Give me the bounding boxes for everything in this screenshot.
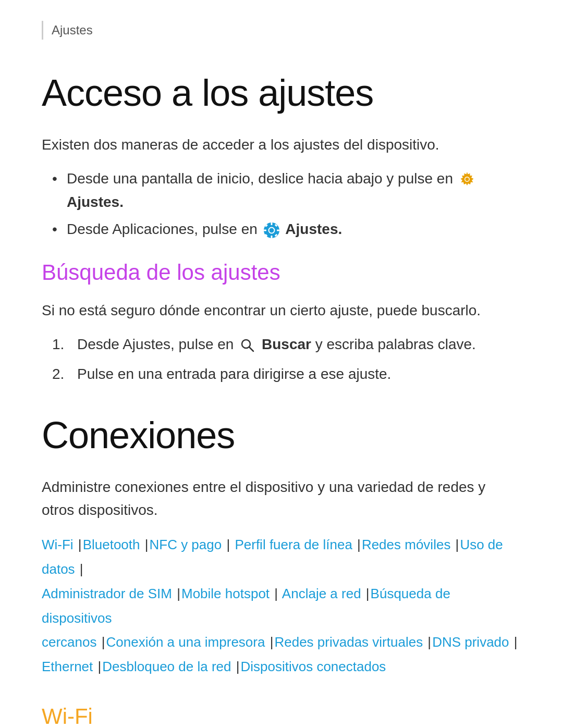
link-redes-moviles[interactable]: Redes móviles <box>362 537 451 552</box>
subsection1-steps: Desde Ajustes, pulse en Buscar y escriba… <box>42 333 521 386</box>
sep: | <box>266 634 273 650</box>
section1-title: Acceso a los ajustes <box>42 65 521 121</box>
sep: | <box>76 561 83 577</box>
sep: | <box>510 634 518 650</box>
subsection1-title: Búsqueda de los ajustes <box>42 256 521 289</box>
link-nfc[interactable]: NFC y pago <box>149 537 222 552</box>
step1-after: y escriba palabras clave. <box>315 336 476 352</box>
step2-text: Pulse en una entrada para dirigirse a es… <box>77 366 391 382</box>
subsection2-title: Wi-Fi <box>42 700 521 728</box>
step1-before: Desde Ajustes, pulse en <box>77 336 238 352</box>
link-dns[interactable]: DNS privado <box>432 634 509 650</box>
svg-rect-6 <box>271 236 272 238</box>
list-item: Desde Ajustes, pulse en Buscar y escriba… <box>52 333 521 356</box>
sep: | <box>271 586 278 601</box>
section1-bullets: Desde una pantalla de inicio, deslice ha… <box>42 167 521 241</box>
svg-rect-5 <box>271 223 272 225</box>
svg-line-14 <box>249 347 253 351</box>
list-item: Desde Aplicaciones, pulse en Ajustes. <box>52 218 521 241</box>
list-item: Desde una pantalla de inicio, deslice ha… <box>52 167 521 214</box>
gear-circle-icon <box>263 222 280 239</box>
link-anclaje[interactable]: Anclaje a red <box>282 586 361 601</box>
sep: | <box>173 586 180 601</box>
sep: | <box>451 537 459 552</box>
bullet2-bold: Ajustes. <box>285 221 342 237</box>
link-wifi[interactable]: Wi-Fi <box>42 537 74 552</box>
link-disp-conectados[interactable]: Dispositivos conectados <box>240 659 386 674</box>
link-hotspot[interactable]: Mobile hotspot <box>181 586 270 601</box>
link-cercanos[interactable]: cercanos <box>42 634 97 650</box>
sep: | <box>424 634 431 650</box>
subsection1-intro: Si no está seguro dónde encontrar un cie… <box>42 299 521 323</box>
sep: | <box>353 537 361 552</box>
section2-title: Conexiones <box>42 407 521 463</box>
link-ethernet[interactable]: Ethernet <box>42 659 93 674</box>
sep: | <box>94 659 101 674</box>
sep: | <box>98 634 105 650</box>
link-admin-sim[interactable]: Administrador de SIM <box>42 586 172 601</box>
step1-bold: Buscar <box>262 336 311 352</box>
breadcrumb-label: Ajustes <box>52 23 93 37</box>
search-icon <box>240 338 255 353</box>
gear-icon <box>459 171 475 188</box>
sep: | <box>232 659 239 674</box>
svg-point-2 <box>465 178 469 181</box>
link-bluetooth[interactable]: Bluetooth <box>83 537 140 552</box>
list-item: Pulse en una entrada para dirigirse a es… <box>52 363 521 386</box>
bullet1-text-before: Desde una pantalla de inicio, deslice ha… <box>67 170 457 187</box>
sep: | <box>362 586 370 601</box>
svg-rect-7 <box>264 230 266 231</box>
section2-intro: Administre conexiones entre el dispositi… <box>42 476 521 523</box>
link-vpn[interactable]: Redes privadas virtuales <box>274 634 423 650</box>
bullet1-bold: Ajustes. <box>67 194 124 210</box>
sep: | <box>75 537 82 552</box>
connections-links: Wi-Fi |Bluetooth |NFC y pago | Perfil fu… <box>42 533 521 679</box>
bullet2-text-before: Desde Aplicaciones, pulse en <box>67 221 262 237</box>
sep: | <box>141 537 149 552</box>
link-perfil[interactable]: Perfil fuera de línea <box>235 537 352 552</box>
section1-intro: Existen dos maneras de acceder a los aju… <box>42 133 521 157</box>
link-impresora[interactable]: Conexión a una impresora <box>106 634 265 650</box>
sep: | <box>223 537 234 552</box>
svg-rect-8 <box>277 230 279 231</box>
link-desbloqueo[interactable]: Desbloqueo de la red <box>102 659 231 674</box>
breadcrumb: Ajustes <box>42 21 521 40</box>
